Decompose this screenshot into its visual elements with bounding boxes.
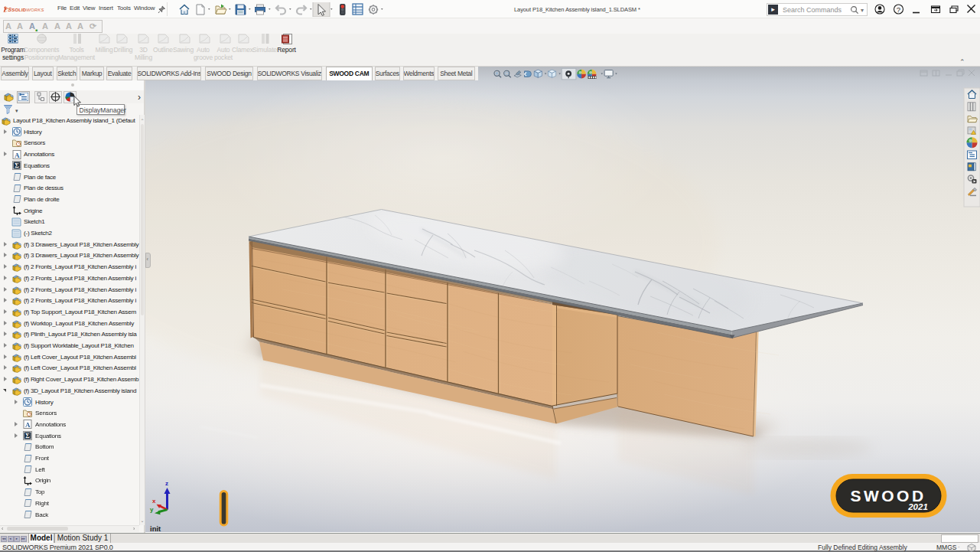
svg-text:SOLIDWORKS: SOLIDWORKS [11, 8, 44, 12]
svg-text:init: init [150, 524, 161, 532]
svg-text:z: z [165, 480, 168, 487]
svg-text:S: S [8, 6, 11, 13]
svg-text:Σ: Σ [25, 432, 30, 439]
svg-text:2021: 2021 [907, 502, 928, 511]
svg-text:x: x [152, 498, 156, 505]
svg-text:A: A [15, 151, 20, 158]
svg-text:Σ: Σ [15, 162, 19, 169]
svg-text:?: ? [897, 5, 900, 14]
svg-text:A: A [25, 421, 31, 429]
svg-text:y: y [150, 506, 154, 513]
